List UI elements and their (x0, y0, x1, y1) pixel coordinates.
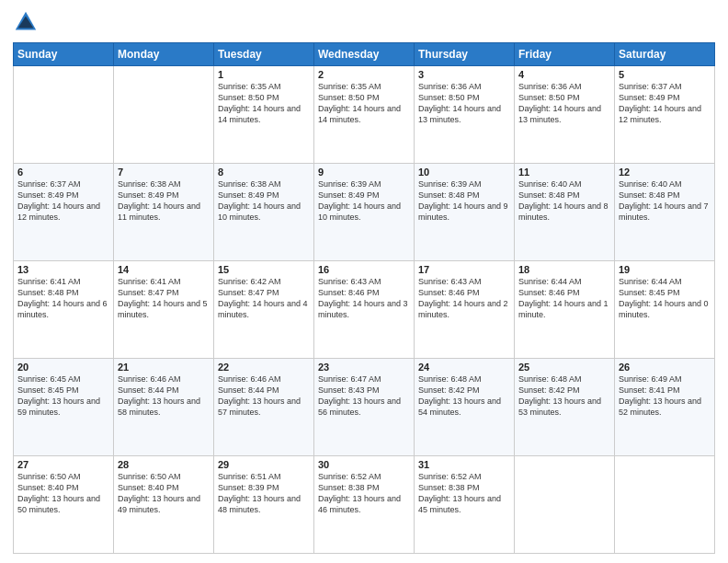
logo (13, 9, 42, 35)
day-number: 1 (218, 69, 310, 80)
cell-info: Sunrise: 6:50 AM Sunset: 8:40 PM Dayligh… (118, 471, 210, 516)
cell-info: Sunrise: 6:39 AM Sunset: 8:49 PM Dayligh… (318, 178, 410, 224)
calendar-cell: 3Sunrise: 6:36 AM Sunset: 8:50 PM Daylig… (415, 66, 515, 164)
calendar-cell: 24Sunrise: 6:48 AM Sunset: 8:42 PM Dayli… (415, 359, 515, 456)
week-row-1: 1Sunrise: 6:35 AM Sunset: 8:50 PM Daylig… (14, 66, 715, 164)
day-number: 26 (619, 362, 711, 373)
day-header-saturday: Saturday (615, 43, 715, 66)
calendar-cell: 12Sunrise: 6:40 AM Sunset: 8:48 PM Dayli… (615, 164, 715, 261)
day-number: 23 (318, 362, 410, 373)
cell-info: Sunrise: 6:48 AM Sunset: 8:42 PM Dayligh… (518, 373, 610, 419)
day-number: 3 (418, 69, 510, 80)
calendar-cell: 27Sunrise: 6:50 AM Sunset: 8:40 PM Dayli… (14, 456, 114, 554)
calendar-cell (114, 66, 214, 164)
calendar-cell: 30Sunrise: 6:52 AM Sunset: 8:38 PM Dayli… (314, 456, 415, 554)
calendar-cell: 17Sunrise: 6:43 AM Sunset: 8:46 PM Dayli… (415, 261, 515, 359)
day-header-friday: Friday (515, 43, 615, 66)
calendar-cell: 9Sunrise: 6:39 AM Sunset: 8:49 PM Daylig… (314, 164, 415, 261)
day-number: 6 (17, 167, 109, 178)
cell-info: Sunrise: 6:35 AM Sunset: 8:50 PM Dayligh… (218, 81, 310, 126)
day-number: 14 (118, 264, 210, 275)
calendar-header-row: SundayMondayTuesdayWednesdayThursdayFrid… (14, 43, 715, 66)
calendar-cell: 18Sunrise: 6:44 AM Sunset: 8:46 PM Dayli… (515, 261, 615, 359)
calendar-cell: 11Sunrise: 6:40 AM Sunset: 8:48 PM Dayli… (515, 164, 615, 261)
calendar-cell: 19Sunrise: 6:44 AM Sunset: 8:45 PM Dayli… (615, 261, 715, 359)
cell-info: Sunrise: 6:40 AM Sunset: 8:48 PM Dayligh… (518, 178, 610, 224)
cell-info: Sunrise: 6:36 AM Sunset: 8:50 PM Dayligh… (518, 81, 610, 126)
day-number: 20 (17, 362, 109, 373)
calendar-cell: 6Sunrise: 6:37 AM Sunset: 8:49 PM Daylig… (14, 164, 114, 261)
calendar-cell: 28Sunrise: 6:50 AM Sunset: 8:40 PM Dayli… (114, 456, 214, 554)
cell-info: Sunrise: 6:51 AM Sunset: 8:39 PM Dayligh… (218, 471, 310, 516)
day-header-monday: Monday (114, 43, 214, 66)
day-number: 8 (218, 167, 310, 178)
logo-icon (13, 9, 39, 35)
calendar-cell: 7Sunrise: 6:38 AM Sunset: 8:49 PM Daylig… (114, 164, 214, 261)
calendar-cell: 31Sunrise: 6:52 AM Sunset: 8:38 PM Dayli… (415, 456, 515, 554)
calendar-cell: 4Sunrise: 6:36 AM Sunset: 8:50 PM Daylig… (515, 66, 615, 164)
day-number: 28 (118, 459, 210, 470)
week-row-2: 6Sunrise: 6:37 AM Sunset: 8:49 PM Daylig… (14, 164, 715, 261)
day-header-sunday: Sunday (14, 43, 114, 66)
calendar-cell (14, 66, 114, 164)
cell-info: Sunrise: 6:38 AM Sunset: 8:49 PM Dayligh… (218, 178, 310, 224)
calendar-cell: 1Sunrise: 6:35 AM Sunset: 8:50 PM Daylig… (214, 66, 314, 164)
day-number: 27 (17, 459, 109, 470)
cell-info: Sunrise: 6:36 AM Sunset: 8:50 PM Dayligh… (418, 81, 510, 126)
cell-info: Sunrise: 6:41 AM Sunset: 8:48 PM Dayligh… (17, 276, 109, 321)
calendar-cell: 8Sunrise: 6:38 AM Sunset: 8:49 PM Daylig… (214, 164, 314, 261)
cell-info: Sunrise: 6:41 AM Sunset: 8:47 PM Dayligh… (118, 276, 210, 321)
calendar-cell: 16Sunrise: 6:43 AM Sunset: 8:46 PM Dayli… (314, 261, 415, 359)
calendar-cell: 14Sunrise: 6:41 AM Sunset: 8:47 PM Dayli… (114, 261, 214, 359)
cell-info: Sunrise: 6:47 AM Sunset: 8:43 PM Dayligh… (318, 373, 410, 419)
cell-info: Sunrise: 6:40 AM Sunset: 8:48 PM Dayligh… (619, 178, 711, 224)
day-number: 30 (318, 459, 410, 470)
calendar-cell (615, 456, 715, 554)
header (13, 9, 715, 35)
cell-info: Sunrise: 6:39 AM Sunset: 8:48 PM Dayligh… (418, 178, 510, 224)
cell-info: Sunrise: 6:46 AM Sunset: 8:44 PM Dayligh… (118, 373, 210, 419)
day-number: 31 (418, 459, 510, 470)
cell-info: Sunrise: 6:52 AM Sunset: 8:38 PM Dayligh… (418, 471, 510, 516)
day-number: 17 (418, 264, 510, 275)
calendar-cell: 22Sunrise: 6:46 AM Sunset: 8:44 PM Dayli… (214, 359, 314, 456)
day-number: 7 (118, 167, 210, 178)
day-number: 15 (218, 264, 310, 275)
day-number: 19 (619, 264, 711, 275)
calendar-cell: 5Sunrise: 6:37 AM Sunset: 8:49 PM Daylig… (615, 66, 715, 164)
calendar-cell: 13Sunrise: 6:41 AM Sunset: 8:48 PM Dayli… (14, 261, 114, 359)
cell-info: Sunrise: 6:50 AM Sunset: 8:40 PM Dayligh… (17, 471, 109, 516)
day-number: 24 (418, 362, 510, 373)
cell-info: Sunrise: 6:44 AM Sunset: 8:46 PM Dayligh… (518, 276, 610, 321)
day-header-wednesday: Wednesday (314, 43, 415, 66)
day-number: 25 (518, 362, 610, 373)
day-number: 11 (518, 167, 610, 178)
cell-info: Sunrise: 6:52 AM Sunset: 8:38 PM Dayligh… (318, 471, 410, 516)
calendar-table: SundayMondayTuesdayWednesdayThursdayFrid… (13, 42, 715, 554)
cell-info: Sunrise: 6:43 AM Sunset: 8:46 PM Dayligh… (418, 276, 510, 321)
calendar-cell: 20Sunrise: 6:45 AM Sunset: 8:45 PM Dayli… (14, 359, 114, 456)
day-number: 18 (518, 264, 610, 275)
cell-info: Sunrise: 6:44 AM Sunset: 8:45 PM Dayligh… (619, 276, 711, 321)
week-row-3: 13Sunrise: 6:41 AM Sunset: 8:48 PM Dayli… (14, 261, 715, 359)
calendar-cell: 23Sunrise: 6:47 AM Sunset: 8:43 PM Dayli… (314, 359, 415, 456)
week-row-5: 27Sunrise: 6:50 AM Sunset: 8:40 PM Dayli… (14, 456, 715, 554)
calendar-cell: 29Sunrise: 6:51 AM Sunset: 8:39 PM Dayli… (214, 456, 314, 554)
cell-info: Sunrise: 6:46 AM Sunset: 8:44 PM Dayligh… (218, 373, 310, 419)
cell-info: Sunrise: 6:37 AM Sunset: 8:49 PM Dayligh… (619, 81, 711, 126)
day-number: 21 (118, 362, 210, 373)
cell-info: Sunrise: 6:49 AM Sunset: 8:41 PM Dayligh… (619, 373, 711, 419)
calendar-cell (515, 456, 615, 554)
calendar-cell: 26Sunrise: 6:49 AM Sunset: 8:41 PM Dayli… (615, 359, 715, 456)
day-number: 4 (518, 69, 610, 80)
day-header-thursday: Thursday (415, 43, 515, 66)
cell-info: Sunrise: 6:37 AM Sunset: 8:49 PM Dayligh… (17, 178, 109, 224)
cell-info: Sunrise: 6:48 AM Sunset: 8:42 PM Dayligh… (418, 373, 510, 419)
calendar-cell: 2Sunrise: 6:35 AM Sunset: 8:50 PM Daylig… (314, 66, 415, 164)
day-number: 22 (218, 362, 310, 373)
cell-info: Sunrise: 6:43 AM Sunset: 8:46 PM Dayligh… (318, 276, 410, 321)
day-header-tuesday: Tuesday (214, 43, 314, 66)
day-number: 5 (619, 69, 711, 80)
cell-info: Sunrise: 6:35 AM Sunset: 8:50 PM Dayligh… (318, 81, 410, 126)
day-number: 10 (418, 167, 510, 178)
